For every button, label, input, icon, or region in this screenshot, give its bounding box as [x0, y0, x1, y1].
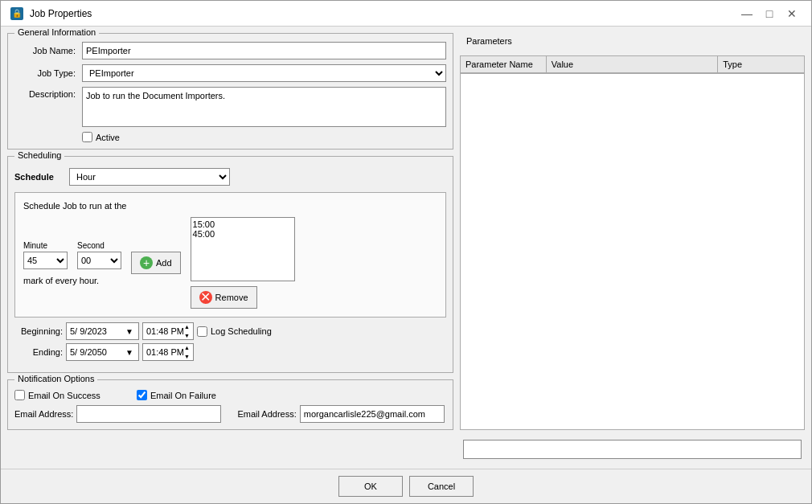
scheduling-group: Scheduling Schedule Hour Day Week Month … — [7, 156, 453, 373]
remove-label: Remove — [215, 293, 248, 302]
schedule-controls: Minute 45 00 05 10 15 20 25 — [23, 217, 437, 309]
ending-time-down[interactable]: ▼ — [184, 352, 190, 361]
job-type-select[interactable]: PEImporter — [82, 64, 446, 82]
second-group: Second 00 05 10 15 20 25 30 — [77, 241, 121, 269]
ending-date-text: 5/ 9/2050 — [70, 347, 122, 357]
log-scheduling-checkbox[interactable] — [197, 326, 207, 337]
parameters-panel: Parameter Name Value Type — [460, 55, 805, 430]
notification-rows: Email On Success Email On Failure Email … — [14, 390, 446, 423]
param-name-header: Parameter Name — [461, 56, 547, 73]
job-type-row: Job Type: PEImporter — [14, 64, 446, 82]
time-entry-1[interactable]: 15:00 — [193, 219, 293, 229]
remove-icon: ✕ — [199, 291, 212, 304]
failure-email-input[interactable] — [300, 405, 445, 423]
beginning-date-text: 5/ 9/2023 — [70, 326, 122, 336]
datetime-rows: Beginning: 5/ 9/2023 ▼ 01:48 PM ▲ ▼ — [14, 322, 446, 361]
ending-time-text: 01:48 PM — [146, 347, 184, 357]
failure-email-row: Email Address: — [237, 405, 444, 423]
beginning-time-up[interactable]: ▲ — [184, 322, 190, 331]
beginning-label: Beginning: — [14, 326, 63, 336]
active-label: Active — [96, 133, 120, 142]
success-email-row: Email Address: — [14, 405, 221, 423]
remove-button[interactable]: ✕ Remove — [191, 286, 257, 309]
schedule-type-select[interactable]: Hour Day Week Month — [69, 168, 230, 186]
schedule-label: Schedule — [14, 172, 63, 182]
success-email-input[interactable] — [76, 405, 221, 423]
parameters-title: Parameters — [460, 33, 805, 49]
notification-title: Notification Options — [14, 374, 97, 383]
beginning-date-picker-button[interactable]: ▼ — [124, 327, 135, 336]
email-checkboxes-row: Email On Success Email On Failure — [14, 390, 446, 400]
general-information-group: General Information Job Name: Job Type: … — [7, 33, 453, 150]
description-textarea[interactable]: Job to run the Document Importers. — [82, 87, 446, 127]
time-list[interactable]: 15:00 45:00 — [191, 217, 295, 281]
minute-second-group: Minute 45 00 05 10 15 20 25 — [23, 241, 121, 285]
email-on-success-check: Email On Success — [14, 390, 127, 400]
schedule-inner-box: Schedule Job to run at the Minute 45 00 … — [14, 192, 446, 318]
failure-email-label: Email Address: — [237, 409, 296, 419]
beginning-date-input[interactable]: 5/ 9/2023 ▼ — [66, 322, 139, 340]
notification-group: Notification Options Email On Success Em… — [7, 379, 453, 430]
ending-time-spin: ▲ ▼ — [184, 343, 190, 361]
time-entry-2[interactable]: 45:00 — [193, 229, 293, 239]
minute-select[interactable]: 45 00 05 10 15 20 25 30 35 — [23, 252, 68, 269]
ending-time-up[interactable]: ▲ — [184, 343, 190, 352]
email-on-failure-checkbox[interactable] — [137, 390, 147, 400]
job-name-input[interactable] — [82, 42, 446, 59]
ok-button[interactable]: OK — [338, 476, 403, 497]
email-on-failure-label: Email On Failure — [150, 391, 216, 400]
success-email-label: Email Address: — [14, 409, 73, 419]
beginning-time-down[interactable]: ▼ — [184, 331, 190, 340]
add-label: Add — [156, 258, 172, 268]
window-controls: — □ ✕ — [737, 6, 802, 22]
parameters-header-row: Parameter Name Value Type — [461, 56, 804, 74]
email-on-success-label: Email On Success — [28, 391, 100, 400]
log-scheduling-label: Log Scheduling — [211, 326, 272, 336]
beginning-time-input[interactable]: 01:48 PM ▲ ▼ — [142, 322, 194, 340]
second-label: Second — [77, 241, 121, 250]
parameters-body — [461, 74, 804, 429]
cancel-button[interactable]: Cancel — [409, 476, 474, 497]
active-row: Active — [82, 132, 446, 142]
schedule-type-row: Schedule Hour Day Week Month — [14, 168, 446, 186]
job-properties-window: 🔒 Job Properties — □ ✕ General Informati… — [0, 0, 812, 504]
time-list-area: 15:00 45:00 ✕ Remove — [191, 217, 295, 309]
param-type-header: Type — [718, 56, 804, 73]
active-checkbox[interactable] — [82, 132, 92, 142]
scheduling-title: Scheduling — [14, 150, 64, 160]
beginning-time-text: 01:48 PM — [146, 326, 184, 336]
email-address-row: Email Address: Email Address: — [14, 405, 446, 423]
minute-group: Minute 45 00 05 10 15 20 25 — [23, 241, 68, 269]
description-label: Description: — [14, 87, 79, 99]
job-type-label: Job Type: — [14, 68, 79, 78]
add-button[interactable]: + Add — [131, 252, 181, 274]
ending-date-picker-button[interactable]: ▼ — [124, 348, 135, 357]
window-icon: 🔒 — [10, 7, 23, 20]
minute-label: Minute — [23, 241, 68, 250]
close-button[interactable]: ✕ — [782, 6, 802, 22]
mark-text: mark of every hour. — [23, 276, 121, 285]
right-panel: Parameters Parameter Name Value Type — [460, 33, 805, 462]
description-row: Description: Job to run the Document Imp… — [14, 87, 446, 127]
schedule-inner-title: Schedule Job to run at the — [23, 201, 437, 211]
beginning-row: Beginning: 5/ 9/2023 ▼ 01:48 PM ▲ ▼ — [14, 322, 446, 340]
job-name-row: Job Name: — [14, 42, 446, 59]
maximize-button[interactable]: □ — [760, 6, 779, 22]
minute-second-row: Minute 45 00 05 10 15 20 25 — [23, 241, 121, 269]
second-select[interactable]: 00 05 10 15 20 25 30 35 40 — [77, 252, 121, 269]
minimize-button[interactable]: — — [737, 6, 757, 22]
main-content: General Information Job Name: Job Type: … — [1, 27, 811, 469]
ending-row: Ending: 5/ 9/2050 ▼ 01:48 PM ▲ ▼ — [14, 343, 446, 361]
ending-date-input[interactable]: 5/ 9/2050 ▼ — [66, 343, 139, 361]
add-icon: + — [140, 256, 153, 269]
job-name-label: Job Name: — [14, 46, 79, 55]
general-info-title: General Information — [14, 27, 99, 37]
email-on-failure-check: Email On Failure — [137, 390, 249, 400]
beginning-time-spin: ▲ ▼ — [184, 322, 190, 340]
footer: OK Cancel — [1, 469, 811, 503]
ending-time-input[interactable]: 01:48 PM ▲ ▼ — [142, 343, 194, 361]
title-bar: 🔒 Job Properties — □ ✕ — [1, 1, 811, 27]
param-value-header: Value — [547, 56, 719, 73]
email-on-success-checkbox[interactable] — [14, 390, 25, 400]
parameters-bottom-input[interactable] — [463, 440, 802, 459]
